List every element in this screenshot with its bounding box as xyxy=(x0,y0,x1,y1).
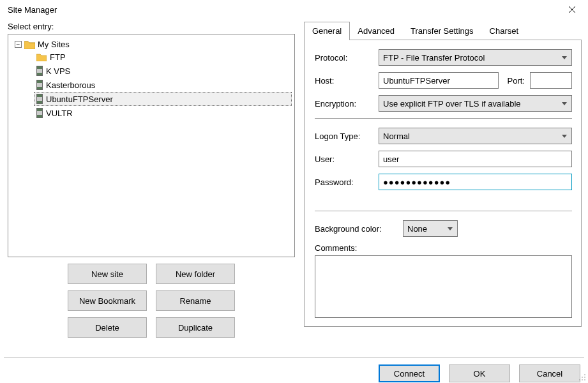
tab-strip: General Advanced Transfer Settings Chars… xyxy=(304,22,582,40)
protocol-select[interactable]: FTP - File Transfer Protocol xyxy=(379,49,572,66)
settings-panel: General Advanced Transfer Settings Chars… xyxy=(304,22,582,351)
encryption-label: Encryption: xyxy=(315,99,373,109)
server-icon xyxy=(36,80,43,90)
logon-type-select[interactable]: Normal xyxy=(379,128,572,144)
ok-button[interactable]: OK xyxy=(449,364,510,382)
tab-advanced[interactable]: Advanced xyxy=(349,23,403,40)
dialog-buttons: Connect OK Cancel xyxy=(0,358,588,382)
title-bar: Site Manager xyxy=(0,0,588,19)
close-icon xyxy=(569,6,575,13)
password-label: Password: xyxy=(315,177,373,187)
duplicate-button[interactable]: Duplicate xyxy=(156,317,235,338)
folder-icon xyxy=(36,53,47,61)
general-panel: Protocol: FTP - File Transfer Protocol H… xyxy=(304,40,582,327)
user-input[interactable] xyxy=(379,151,572,167)
password-input[interactable] xyxy=(379,174,572,190)
comments-textarea[interactable] xyxy=(315,255,572,318)
protocol-label: Protocol: xyxy=(315,53,373,63)
divider xyxy=(315,211,572,211)
delete-button[interactable]: Delete xyxy=(68,317,147,338)
server-icon xyxy=(36,94,43,104)
tree-item-label: Kasterborous xyxy=(46,80,95,90)
tree-item-label: VULTR xyxy=(46,109,73,118)
svg-rect-6 xyxy=(582,379,583,380)
user-label: User: xyxy=(315,154,373,164)
tab-charset[interactable]: Charset xyxy=(481,23,527,40)
tree-root-label: My Sites xyxy=(38,40,70,49)
server-icon xyxy=(36,108,43,118)
tree-item-label: UbuntuFTPServer xyxy=(46,94,113,104)
site-tree[interactable]: − My Sites FTP K VPS xyxy=(8,34,295,257)
tree-children: FTP K VPS Kasterborous UbuntuFTPServer V… xyxy=(34,50,292,120)
svg-rect-5 xyxy=(579,379,580,380)
encryption-select[interactable]: Use explicit FTP over TLS if available xyxy=(379,95,572,112)
background-color-label: Background color: xyxy=(315,224,398,234)
host-label: Host: xyxy=(315,76,373,86)
select-entry-label: Select entry: xyxy=(8,22,295,31)
resize-grip-icon[interactable] xyxy=(578,373,587,382)
connect-button[interactable]: Connect xyxy=(379,364,440,382)
tree-item[interactable]: Kasterborous xyxy=(34,78,292,92)
tree-item[interactable]: K VPS xyxy=(34,64,292,78)
server-icon xyxy=(36,66,43,76)
tab-transfer-settings[interactable]: Transfer Settings xyxy=(402,23,482,40)
port-label: Port: xyxy=(508,76,525,86)
svg-rect-3 xyxy=(582,377,583,378)
new-bookmark-button[interactable]: New Bookmark xyxy=(68,290,147,311)
tree-item[interactable]: FTP xyxy=(34,50,292,64)
logon-type-label: Logon Type: xyxy=(315,131,373,141)
window-title: Site Manager xyxy=(8,5,57,15)
svg-rect-4 xyxy=(584,377,585,378)
comments-label: Comments: xyxy=(315,243,357,253)
svg-rect-2 xyxy=(584,374,585,375)
tree-item[interactable]: UbuntuFTPServer xyxy=(34,92,292,106)
tree-item-label: K VPS xyxy=(46,66,70,76)
background-color-select[interactable]: None xyxy=(403,220,458,237)
rename-button[interactable]: Rename xyxy=(156,290,235,311)
folder-icon xyxy=(24,40,35,49)
tab-general[interactable]: General xyxy=(304,22,350,40)
close-button[interactable] xyxy=(561,2,583,17)
divider xyxy=(315,118,572,119)
tree-item[interactable]: VULTR xyxy=(34,106,292,120)
tree-item-label: FTP xyxy=(50,52,66,62)
tree-root[interactable]: − My Sites xyxy=(11,38,292,50)
host-input[interactable] xyxy=(379,72,499,89)
port-input[interactable] xyxy=(530,72,572,89)
new-folder-button[interactable]: New folder xyxy=(156,264,235,284)
entry-panel: Select entry: − My Sites FTP K VPS xyxy=(8,22,295,351)
entry-buttons: New site New folder New Bookmark Rename … xyxy=(8,264,295,338)
cancel-button[interactable]: Cancel xyxy=(519,364,580,382)
new-site-button[interactable]: New site xyxy=(68,264,147,284)
svg-rect-7 xyxy=(584,379,585,380)
collapse-icon[interactable]: − xyxy=(15,41,22,48)
